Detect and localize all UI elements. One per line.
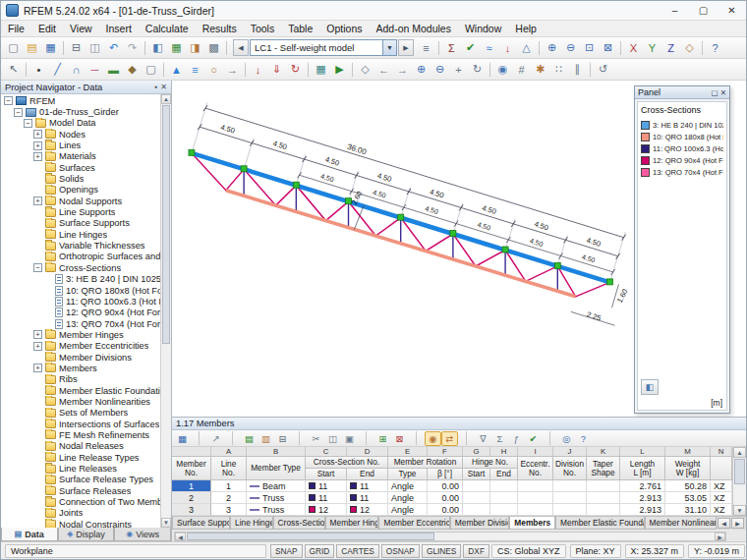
hinge-icon[interactable]: ○ <box>204 61 223 79</box>
column-letter[interactable]: J <box>553 447 587 457</box>
scroll-right-icon[interactable]: ▶ <box>715 532 725 540</box>
cartes-toggle[interactable]: CARTES <box>336 544 379 558</box>
print-table-icon[interactable]: ⊟ <box>274 431 291 446</box>
cell-cs-end[interactable]: 11 <box>347 480 388 492</box>
scroll-up-icon[interactable]: ▲ <box>161 94 171 104</box>
cell-hinge-start[interactable] <box>463 504 490 516</box>
solid-icon[interactable]: ◆ <box>123 61 142 79</box>
line-icon[interactable]: ╱ <box>48 61 67 79</box>
scroll-left-icon[interactable]: ◀ <box>175 532 186 540</box>
iso-view-icon[interactable]: ◇ <box>356 61 374 79</box>
column-letter[interactable]: H <box>490 447 518 457</box>
column-letter[interactable]: K <box>587 447 620 457</box>
scroll-thumb[interactable] <box>734 459 745 484</box>
navigator-scrollbar[interactable]: ▲ ▼ <box>160 94 171 528</box>
paste-icon[interactable]: ▣ <box>341 431 358 446</box>
cell-member-type[interactable]: Beam <box>247 480 306 492</box>
load-case-list-icon[interactable]: ≡ <box>417 39 435 57</box>
legend-item[interactable]: 12: QRO 90x4 (Hot Formed) <box>638 154 726 166</box>
tab-views[interactable]: ◉ Views <box>114 528 171 541</box>
menu-item[interactable]: Tools <box>244 21 282 36</box>
cell-hinge-start[interactable] <box>463 480 490 492</box>
cell-member-no[interactable]: 1 <box>172 480 211 492</box>
column-letter[interactable] <box>172 447 211 457</box>
grid-icon[interactable]: ∷ <box>549 61 568 79</box>
col-cross-section[interactable]: Cross-Section No. <box>306 457 388 469</box>
moment-load-icon[interactable]: ↻ <box>286 61 305 79</box>
menu-item[interactable]: Window <box>458 21 508 36</box>
table-tab[interactable]: Surface Supports <box>172 517 230 530</box>
table-toolbar-icon[interactable] <box>191 431 207 446</box>
table-tab[interactable]: Member Divisions <box>450 517 509 530</box>
cell-rot-type[interactable]: Angle <box>388 504 428 516</box>
col-member-no[interactable]: Member No. <box>172 457 211 480</box>
tree-item[interactable]: − Model Data <box>1 118 171 129</box>
filter-icon[interactable]: ∇ <box>475 431 491 446</box>
supports-icon[interactable]: △ <box>517 39 536 57</box>
toolbar-icon[interactable] <box>305 61 312 79</box>
rotate-view-icon[interactable]: ↻ <box>468 61 487 79</box>
toolbar-icon[interactable] <box>142 39 148 57</box>
pan-icon[interactable]: + <box>449 61 468 79</box>
next-load-case-button[interactable]: ▶ <box>398 39 414 56</box>
column-letter[interactable]: C <box>306 447 347 457</box>
grid-toggle[interactable]: GRID <box>305 544 335 558</box>
tree-expander[interactable]: + <box>33 196 42 205</box>
cell-line-no[interactable]: 3 <box>211 504 247 516</box>
tree-item[interactable]: Ribs <box>1 374 171 385</box>
toolbar-icon[interactable] <box>587 61 594 79</box>
table-toolbar-icon[interactable] <box>358 431 374 446</box>
table-toolbar-icon[interactable] <box>542 431 558 446</box>
table-tab[interactable]: Member Hinges <box>325 517 379 530</box>
cell-last[interactable]: XZ <box>711 480 732 492</box>
print-icon[interactable]: ⊟ <box>67 39 86 57</box>
check-entries-icon[interactable]: ✔ <box>525 431 542 446</box>
tree-item[interactable]: + Member Eccentricities <box>1 341 171 352</box>
col-eccentr[interactable]: Eccentr. No. <box>518 457 553 480</box>
cell-weight[interactable]: 50.28 <box>665 480 711 492</box>
tree-item[interactable]: Line Supports <box>1 206 171 217</box>
toolbar-icon[interactable] <box>223 39 230 57</box>
snap-toggle[interactable]: SNAP <box>270 544 303 558</box>
toolbar-icon[interactable] <box>160 61 167 79</box>
nodal-load-icon[interactable]: ↓ <box>249 61 267 79</box>
cell-eccentr[interactable] <box>518 504 553 516</box>
column-letter[interactable]: E <box>388 447 428 457</box>
column-letter[interactable]: L <box>620 447 665 457</box>
cell-member-no[interactable]: 3 <box>172 504 211 516</box>
legend-item[interactable]: 10: QRO 180x8 (Hot Formed) <box>638 131 726 142</box>
tree-item[interactable]: Openings <box>1 185 171 196</box>
cell-last[interactable]: XZ <box>711 492 732 504</box>
tree-item[interactable]: Nodal Releases <box>1 441 171 452</box>
load-case-combo[interactable]: LC1 - Self-weight model ▼ <box>250 39 397 56</box>
tree-expander[interactable]: − <box>33 263 42 272</box>
legend-item[interactable]: 3: HE B 240 | DIN 1025-2:1993 <box>638 119 726 131</box>
cell-last[interactable]: XZ <box>711 504 732 516</box>
minimize-button[interactable]: – <box>661 1 689 20</box>
opening-icon[interactable]: ▢ <box>142 61 160 79</box>
export-excel-icon[interactable]: ▤ <box>241 431 258 446</box>
select-arrow-icon[interactable]: ↖ <box>4 61 23 79</box>
tree-item[interactable]: Line Releases <box>1 463 171 474</box>
cell-cs-start[interactable]: 12 <box>306 504 347 516</box>
tree-item[interactable]: + Nodes <box>1 129 171 140</box>
scroll-down-icon[interactable]: ▼ <box>161 518 171 528</box>
table-scrollbar[interactable]: ▲ ▼ <box>732 447 746 516</box>
sum-icon[interactable]: Σ <box>491 431 508 446</box>
auto-hide-pin-icon[interactable]: ▪ <box>154 83 157 91</box>
tree-item[interactable]: + Nodal Supports <box>1 196 171 206</box>
scroll-up-icon[interactable]: ▲ <box>733 447 746 458</box>
col-division[interactable]: Division No. <box>553 457 587 480</box>
insert-row-icon[interactable]: ⊞ <box>374 431 391 446</box>
save-icon[interactable]: ▦ <box>41 39 60 57</box>
column-letter[interactable]: A <box>211 447 247 457</box>
cell-division[interactable] <box>553 480 587 492</box>
check-icon[interactable]: ✔ <box>461 39 480 57</box>
view-x-icon[interactable]: X <box>624 39 643 57</box>
tree-item[interactable]: Surface Release Types <box>1 475 171 485</box>
cell-line-no[interactable]: 2 <box>211 492 247 504</box>
table-new-icon[interactable]: ▦ <box>174 431 191 446</box>
navigator-close-icon[interactable]: ✕ <box>160 83 167 91</box>
tree-item[interactable]: 11: QRO 100x6.3 (Hot Formed) <box>1 296 171 307</box>
run-calculation-icon[interactable]: ▶ <box>330 61 349 79</box>
